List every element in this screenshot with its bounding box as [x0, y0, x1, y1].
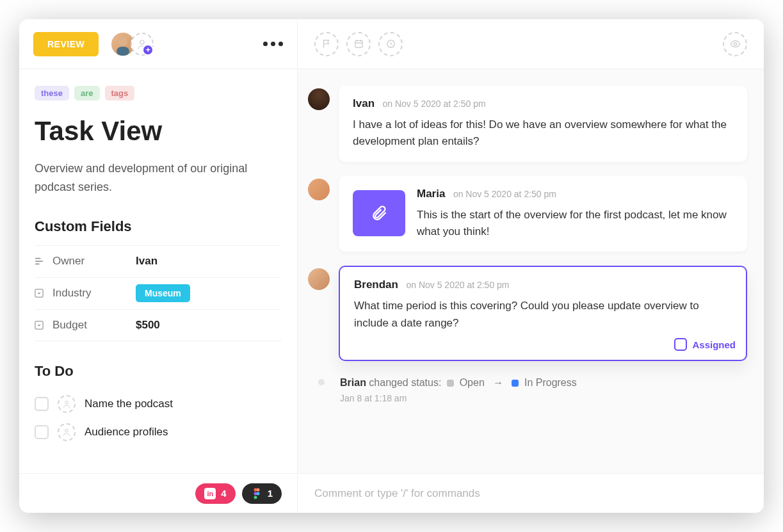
flag-button[interactable]	[314, 32, 339, 56]
comment-composer	[298, 473, 764, 513]
comment-author: Ivan	[353, 97, 375, 109]
comment-bubble[interactable]: Maria on Nov 5 2020 at 2:50 pm This is t…	[339, 176, 747, 252]
figma-chip[interactable]: 1	[242, 483, 282, 504]
eye-icon	[730, 38, 741, 49]
svg-rect-1	[117, 47, 129, 56]
text-field-icon	[35, 257, 44, 266]
assignee-group: +	[111, 33, 154, 56]
activity-panel: Ivan on Nov 5 2020 at 2:50 pm I have a l…	[298, 19, 764, 513]
assigned-badge[interactable]: Assigned	[674, 338, 736, 351]
comment-bubble[interactable]: Ivan on Nov 5 2020 at 2:50 pm I have a l…	[339, 86, 747, 162]
paperclip-icon	[370, 204, 388, 222]
comment-author: Maria	[417, 188, 445, 200]
svg-rect-5	[35, 264, 40, 265]
comment-body: I have a lot of ideas for this! Do we ha…	[353, 117, 733, 150]
activity-text: Brian changed status: Open → In Progress	[340, 375, 577, 391]
flag-icon	[321, 38, 332, 49]
svg-point-9	[65, 429, 69, 432]
field-label: Owner	[52, 255, 136, 268]
comment-meta: on Nov 5 2020 at 2:50 pm	[406, 280, 509, 290]
activity-header	[298, 19, 764, 69]
todo-text: Audience profiles	[85, 426, 168, 439]
assigned-label: Assigned	[692, 339, 736, 350]
activity-dot-icon	[318, 379, 325, 385]
checkbox[interactable]	[35, 397, 49, 411]
svg-point-8	[65, 401, 69, 404]
add-member-button[interactable]: +	[131, 33, 154, 56]
activity-timestamp: Jan 8 at 1:18 am	[340, 393, 577, 403]
field-value-chip: Museum	[136, 284, 190, 302]
integrations-bar: in 4 1	[19, 473, 297, 513]
clock-icon	[385, 38, 396, 49]
field-row-owner[interactable]: Owner Ivan	[35, 245, 282, 277]
checkbox[interactable]	[35, 425, 49, 439]
details-header: REVIEW +	[19, 19, 297, 69]
svg-point-2	[140, 40, 144, 44]
status-dot-icon	[447, 380, 454, 387]
comment-meta: on Nov 5 2020 at 2:50 pm	[453, 189, 556, 199]
tag[interactable]: tags	[105, 86, 135, 101]
svg-point-14	[254, 496, 257, 499]
assignee-placeholder[interactable]	[58, 423, 76, 441]
svg-point-17	[734, 42, 736, 45]
field-value: $500	[136, 319, 160, 332]
field-row-budget[interactable]: Budget $500	[35, 309, 282, 341]
comment: Brendan on Nov 5 2020 at 2:50 pm What ti…	[308, 266, 747, 361]
watch-button[interactable]	[723, 32, 747, 56]
svg-rect-3	[35, 258, 41, 259]
svg-rect-15	[355, 41, 362, 48]
tag[interactable]: are	[74, 86, 100, 101]
svg-point-0	[118, 37, 127, 46]
field-label: Industry	[52, 287, 136, 300]
comments-list: Ivan on Nov 5 2020 at 2:50 pm I have a l…	[298, 69, 764, 473]
task-title[interactable]: Task View	[35, 116, 282, 147]
chip-count: 1	[268, 488, 273, 499]
calendar-icon	[353, 38, 364, 49]
comment-body: This is the start of the overview for th…	[417, 207, 733, 241]
checkbox[interactable]	[674, 338, 687, 351]
field-value: Ivan	[136, 255, 157, 268]
user-icon	[62, 399, 71, 408]
todo-item[interactable]: Name the podcast	[35, 390, 282, 418]
avatar[interactable]	[308, 88, 330, 110]
comment-bubble-assigned[interactable]: Brendan on Nov 5 2020 at 2:50 pm What ti…	[339, 266, 747, 361]
svg-point-11	[256, 488, 259, 491]
avatar[interactable]	[308, 179, 330, 200]
chip-count: 4	[221, 488, 226, 499]
invision-chip[interactable]: in 4	[195, 483, 235, 504]
todo-section: To Do Name the podcast Audience profiles	[35, 363, 282, 446]
date-button[interactable]	[346, 32, 371, 56]
comment-author: Brendan	[354, 278, 398, 291]
activity-entry: Brian changed status: Open → In Progress…	[308, 375, 747, 403]
status-pill[interactable]: REVIEW	[33, 32, 99, 56]
plus-icon: +	[142, 44, 154, 56]
tag[interactable]: these	[35, 86, 69, 101]
assignee-placeholder[interactable]	[58, 395, 76, 413]
todo-heading: To Do	[35, 363, 282, 380]
task-description[interactable]: Overview and development of our original…	[35, 159, 282, 197]
invision-icon: in	[204, 488, 216, 499]
details-panel: REVIEW + these are tags Task View Overvi…	[19, 19, 298, 513]
time-button[interactable]	[378, 32, 403, 56]
dropdown-field-icon	[35, 321, 44, 330]
todo-text: Name the podcast	[85, 398, 173, 410]
field-row-industry[interactable]: Industry Museum	[35, 277, 282, 309]
todo-item[interactable]: Audience profiles	[35, 418, 282, 446]
comment: Ivan on Nov 5 2020 at 2:50 pm I have a l…	[308, 86, 747, 162]
tags-row: these are tags	[35, 86, 282, 101]
figma-icon	[251, 488, 262, 499]
custom-fields-heading: Custom Fields	[35, 218, 282, 235]
dropdown-field-icon	[35, 289, 44, 298]
comment: Maria on Nov 5 2020 at 2:50 pm This is t…	[308, 176, 747, 252]
more-button[interactable]	[263, 42, 283, 46]
comment-input[interactable]	[314, 487, 747, 500]
details-body: these are tags Task View Overview and de…	[19, 69, 297, 473]
task-app-window: REVIEW + these are tags Task View Overvi…	[19, 19, 764, 513]
attachment-thumbnail[interactable]	[353, 190, 405, 236]
status-dot-icon	[512, 380, 519, 387]
custom-fields-list: Owner Ivan Industry Museum Budget $500	[35, 245, 282, 341]
avatar[interactable]	[308, 268, 330, 290]
field-label: Budget	[52, 319, 136, 332]
comment-meta: on Nov 5 2020 at 2:50 pm	[382, 99, 485, 109]
svg-point-13	[256, 492, 259, 495]
